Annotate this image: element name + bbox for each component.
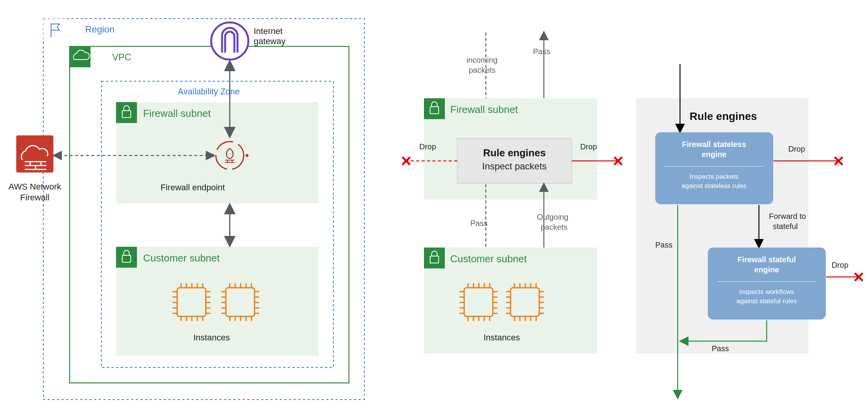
pass-up-label: Pass	[533, 47, 550, 56]
forward-line2: stateful	[773, 222, 798, 231]
stateful-title-line1: Firewall stateful	[737, 255, 796, 264]
panel-packet-flow: incoming packets Pass Firewall subnet Ru…	[406, 32, 618, 354]
drop2-label: Drop	[832, 261, 848, 269]
aws-network-firewall-icon	[16, 135, 53, 173]
stateful-title-line2: engine	[754, 265, 779, 274]
svg-rect-4	[70, 46, 91, 67]
stateless-sub-line1: Inspects packets	[690, 173, 739, 180]
az-label: Availability Zone	[178, 87, 240, 96]
panel-architecture: Region VPC Internet gateway Availability…	[9, 19, 364, 400]
stateful-sub-line2: against stateful rules	[736, 297, 797, 305]
stateless-engine-box: Firewall stateless engine Inspects packe…	[655, 132, 773, 204]
drop1-label: Drop	[788, 145, 805, 153]
svg-rect-1	[43, 19, 64, 39]
rule-engines-title: Rule engines	[483, 147, 546, 159]
stateless-title-line2: engine	[702, 150, 726, 159]
panel-rule-engines: Rule engines Firewall stateless engine I…	[636, 64, 859, 398]
rule-engines-heading: Rule engines	[690, 110, 757, 122]
incoming-line2: packets	[469, 66, 496, 74]
customer-subnet-box-2: Customer subnet Instances	[424, 248, 597, 354]
forward-line1: Forward to	[769, 212, 806, 220]
vpc-label: VPC	[112, 52, 131, 62]
drop-right-label: Drop	[580, 142, 597, 151]
drop-left-label: Drop	[419, 142, 436, 151]
outgoing-line2: packets	[541, 223, 567, 231]
firewall-subnet-label: Firewall subnet	[143, 108, 211, 119]
customer-subnet-label: Customer subnet	[143, 252, 220, 264]
igw-label-line1: Internet	[254, 26, 283, 36]
internet-gateway-icon	[211, 22, 248, 60]
stateful-sub-line1: Inspects workflows	[739, 288, 795, 296]
firewall-subnet-label-2: Firewall subnet	[450, 104, 518, 115]
firewall-subnet-box: Firewall subnet Firewall endpoint	[116, 102, 319, 203]
incoming-line1: incoming	[466, 56, 497, 64]
customer-subnet-label-2: Customer subnet	[450, 253, 527, 265]
igw-label-line2: gateway	[254, 36, 285, 46]
pass-down-label: Pass	[470, 219, 487, 227]
outgoing-line1: Outgoing	[537, 213, 568, 221]
pass1-label: Pass	[655, 241, 672, 249]
stateless-title-line1: Firewall stateless	[682, 140, 746, 149]
instances-label-2: Instances	[484, 333, 520, 342]
firewall-subnet-box-2: Firewall subnet Rule engines Inspect pac…	[424, 98, 597, 200]
rule-engines-sub: Inspect packets	[482, 161, 547, 171]
firewall-endpoint-label: Firewall endpoint	[161, 183, 225, 192]
customer-subnet-box: Customer subnet Instances	[116, 247, 319, 356]
stateless-sub-line2: against stateless rules	[682, 182, 747, 190]
region-label: Region	[85, 24, 114, 34]
instances-label: Instances	[193, 333, 230, 342]
nfw-label-line2: Firewall	[20, 193, 50, 202]
nfw-label-line1: AWS Network	[9, 182, 62, 191]
pass2-label: Pass	[712, 344, 729, 353]
stateful-engine-box: Firewall stateful engine Inspects workfl…	[708, 248, 826, 319]
